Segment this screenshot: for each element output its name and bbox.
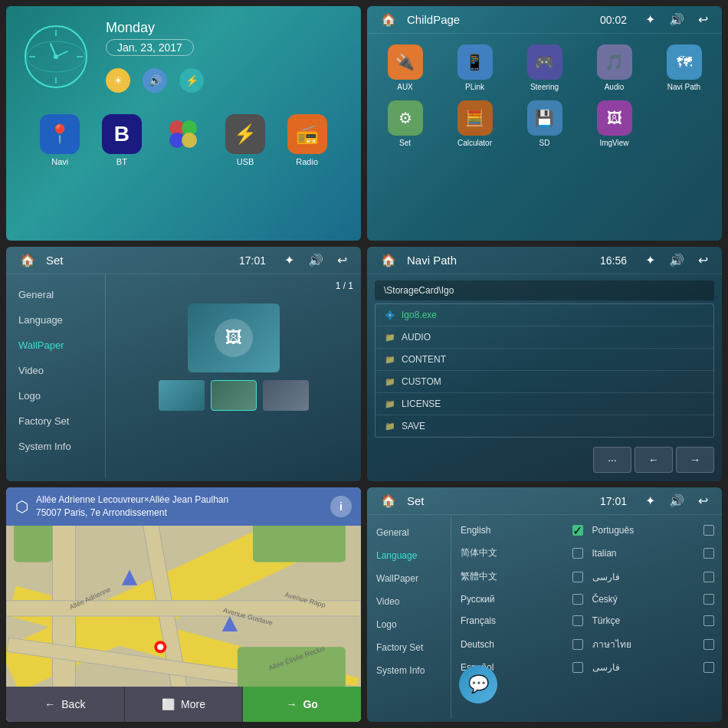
- set-volume-icon[interactable]: 🔊: [308, 253, 323, 267]
- map-back-button[interactable]: ← Back: [6, 687, 125, 722]
- file-audio[interactable]: 📁 AUDIO: [375, 326, 713, 349]
- app-calculator[interactable]: 🧮 Calculator: [444, 100, 505, 147]
- childpage-topbar: 🏠 ChildPage 00:02 ✦ 🔊 ↩: [367, 6, 722, 34]
- wallpaper-thumb-2[interactable]: [211, 380, 257, 411]
- app-navipath[interactable]: 🗺 Navi Path: [654, 44, 714, 91]
- lang-farsi[interactable]: فارسی: [588, 568, 700, 586]
- lang-thai[interactable]: ภาษาไทย: [588, 633, 700, 655]
- lang-thai-checkbox[interactable]: [703, 639, 714, 650]
- content-folder-icon: 📁: [385, 355, 395, 365]
- childpage-title: ChildPage: [407, 13, 585, 26]
- lang-czech[interactable]: Český: [588, 590, 700, 608]
- navi-prev-button[interactable]: ←: [635, 447, 673, 473]
- setlang-back-icon[interactable]: ↩: [698, 494, 708, 508]
- lang-english-checkbox[interactable]: ✓: [572, 525, 583, 536]
- app-usb[interactable]: ⚡ USB: [225, 114, 265, 166]
- lang-trad-chinese[interactable]: 繁體中文: [456, 566, 568, 587]
- app-radio[interactable]: 📻 Radio: [287, 114, 327, 166]
- set-brightness-icon[interactable]: ✦: [284, 253, 294, 267]
- lang-simp-chinese-checkbox[interactable]: [572, 548, 583, 559]
- setlang-brightness-icon[interactable]: ✦: [645, 494, 655, 508]
- lang-italian[interactable]: Italian: [588, 544, 700, 562]
- lang-arabic[interactable]: فارسی: [588, 658, 700, 677]
- wallpaper-thumb-3[interactable]: [263, 380, 309, 411]
- menu-language[interactable]: Language: [6, 307, 105, 333]
- menu-factory-set[interactable]: Factory Set: [6, 408, 105, 434]
- app-imgview[interactable]: 🖼 ImgView: [584, 100, 644, 147]
- app-steering[interactable]: 🎮 Steering: [514, 44, 575, 91]
- lang-portugues[interactable]: Português: [588, 521, 700, 539]
- lang-menu-general[interactable]: General: [367, 521, 451, 544]
- file-license[interactable]: 📁 LICENSE: [375, 393, 713, 415]
- menu-system-info[interactable]: System Info: [6, 434, 105, 459]
- navi-brightness-icon[interactable]: ✦: [645, 253, 655, 267]
- lang-menu-sysinfo[interactable]: System Info: [367, 659, 451, 682]
- back-icon[interactable]: ↩: [698, 12, 708, 27]
- setlang-topbar: 🏠 Set 17:01 ✦ 🔊 ↩: [367, 487, 722, 515]
- lang-farsi-checkbox[interactable]: [703, 572, 714, 582]
- svg-rect-21: [253, 526, 346, 562]
- wallpaper-thumb-1[interactable]: [159, 380, 205, 411]
- lang-german-checkbox[interactable]: [572, 639, 583, 650]
- set-back-icon[interactable]: ↩: [337, 253, 347, 267]
- lang-simplified-chinese[interactable]: 简体中文: [456, 543, 568, 563]
- app-navi[interactable]: 📍 Navi: [40, 114, 80, 166]
- lang-menu-wallpaper[interactable]: WallPaper: [367, 567, 451, 590]
- lang-menu-factory[interactable]: Factory Set: [367, 636, 451, 659]
- panel-set-wallpaper: 🏠 Set 17:01 ✦ 🔊 ↩ General Language WallP…: [6, 247, 361, 481]
- app-sd[interactable]: 💾 SD: [514, 100, 575, 147]
- lang-russian[interactable]: Русский: [456, 590, 568, 608]
- navi-back-icon[interactable]: ↩: [698, 253, 708, 267]
- menu-wallpaper[interactable]: WallPaper: [6, 333, 105, 358]
- app-audio[interactable]: 🎵 Audio: [584, 44, 644, 91]
- brightness-icon[interactable]: ✦: [645, 12, 655, 27]
- lang-trad-chinese-checkbox[interactable]: [572, 572, 583, 582]
- lang-english[interactable]: English: [456, 521, 568, 539]
- set-topbar: 🏠 Set 17:01 ✦ 🔊 ↩: [6, 247, 361, 274]
- file-content[interactable]: 📁 CONTENT: [375, 349, 713, 371]
- lang-turkish-checkbox[interactable]: [703, 615, 714, 626]
- navi-volume-icon[interactable]: 🔊: [669, 253, 684, 267]
- lang-menu-video[interactable]: Video: [367, 590, 451, 613]
- lang-turkish[interactable]: Türkçe: [588, 612, 700, 630]
- lang-menu-logo[interactable]: Logo: [367, 613, 451, 636]
- app-set[interactable]: ⚙ Set: [375, 100, 435, 147]
- setlang-volume-icon[interactable]: 🔊: [669, 494, 684, 508]
- lang-russian-checkbox[interactable]: [572, 594, 583, 605]
- volume-button[interactable]: 🔊: [143, 68, 167, 93]
- steering-label: Steering: [530, 83, 559, 91]
- menu-logo[interactable]: Logo: [6, 383, 105, 408]
- lang-spanish-checkbox[interactable]: [572, 662, 583, 673]
- menu-video[interactable]: Video: [6, 358, 105, 383]
- navi-ellipsis-button[interactable]: ···: [593, 447, 631, 473]
- imgview-label: ImgView: [599, 139, 628, 147]
- app-multiapps[interactable]: [163, 114, 203, 166]
- file-custom[interactable]: 📁 CUSTOM: [375, 371, 713, 393]
- lang-menu-language[interactable]: Language: [367, 544, 451, 567]
- map-more-button[interactable]: ⬜ More: [125, 687, 244, 722]
- lang-french[interactable]: Français: [456, 612, 568, 630]
- chat-bubble-icon: 💬: [459, 665, 497, 703]
- app-bt[interactable]: B BT: [102, 114, 142, 166]
- bluetooth-button[interactable]: ⚡: [179, 68, 204, 93]
- app-aux[interactable]: 🔌 AUX: [375, 44, 435, 91]
- lang-czech-checkbox[interactable]: [703, 594, 714, 605]
- app-plink[interactable]: 📱 PLink: [444, 44, 505, 91]
- volume-icon[interactable]: 🔊: [669, 12, 684, 27]
- map-go-button[interactable]: → Go: [243, 687, 361, 722]
- file-igo8[interactable]: 💠 Igo8.exe: [375, 304, 713, 326]
- day-label: Monday: [106, 20, 204, 36]
- date-info: Monday Jan. 23, 2017 ☀ 🔊 ⚡: [106, 20, 204, 93]
- menu-general[interactable]: General: [6, 282, 105, 307]
- brightness-button[interactable]: ☀: [106, 68, 130, 93]
- navi-next-button[interactable]: →: [676, 447, 714, 473]
- content-folder-label: CONTENT: [402, 354, 446, 365]
- lang-portugues-checkbox[interactable]: [703, 525, 714, 536]
- file-save[interactable]: 📁 SAVE: [375, 415, 713, 437]
- lang-french-checkbox[interactable]: [572, 615, 583, 626]
- map-info-button[interactable]: i: [330, 496, 352, 517]
- map-address: Allée Adrienne Lecouvreur×Allée Jean Pau…: [36, 494, 323, 520]
- lang-arabic-checkbox[interactable]: [703, 662, 714, 673]
- lang-italian-checkbox[interactable]: [703, 548, 714, 559]
- lang-german[interactable]: Deutsch: [456, 635, 568, 654]
